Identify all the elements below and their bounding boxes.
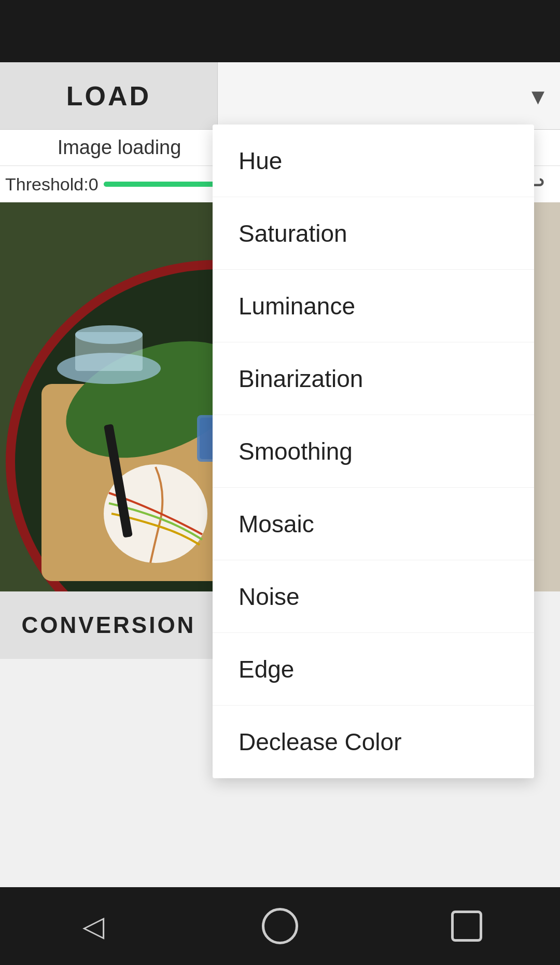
dropdown-item-luminance[interactable]: Luminance — [213, 270, 534, 342]
svg-point-7 — [75, 325, 143, 344]
dropdown-item-hue[interactable]: Hue — [213, 125, 534, 197]
dropdown-item-binarization[interactable]: Binarization — [213, 342, 534, 415]
back-icon — [82, 909, 104, 943]
threshold-label: Threshold:0 — [5, 174, 99, 195]
dropdown-item-smoothing[interactable]: Smoothing — [213, 415, 534, 488]
home-icon — [262, 908, 298, 944]
home-button[interactable] — [254, 900, 306, 952]
dropdown-menu: Hue Saturation Luminance Binarization Sm… — [213, 125, 534, 778]
toolbar: LOAD ▾ — [0, 62, 560, 130]
dropdown-arrow-icon: ▾ — [531, 81, 544, 111]
recents-icon — [451, 911, 482, 942]
app-container: LOAD ▾ Image loading s Threshold:0 ↩ — [0, 62, 560, 949]
dropdown-item-saturation[interactable]: Saturation — [213, 197, 534, 270]
image-loading-text: Image loading — [10, 136, 228, 159]
status-bar — [0, 0, 560, 62]
back-button[interactable] — [67, 900, 119, 952]
bottom-nav — [0, 887, 560, 965]
dropdown-trigger[interactable]: ▾ — [218, 62, 560, 129]
dropdown-item-mosaic[interactable]: Mosaic — [213, 488, 534, 560]
recents-button[interactable] — [441, 900, 493, 952]
load-button[interactable]: LOAD — [0, 62, 218, 129]
conversion-button[interactable]: CONVERSION — [0, 591, 218, 659]
dropdown-item-noise[interactable]: Noise — [213, 560, 534, 633]
dropdown-item-decrease-color[interactable]: Declease Color — [213, 706, 534, 778]
dropdown-item-edge[interactable]: Edge — [213, 633, 534, 706]
